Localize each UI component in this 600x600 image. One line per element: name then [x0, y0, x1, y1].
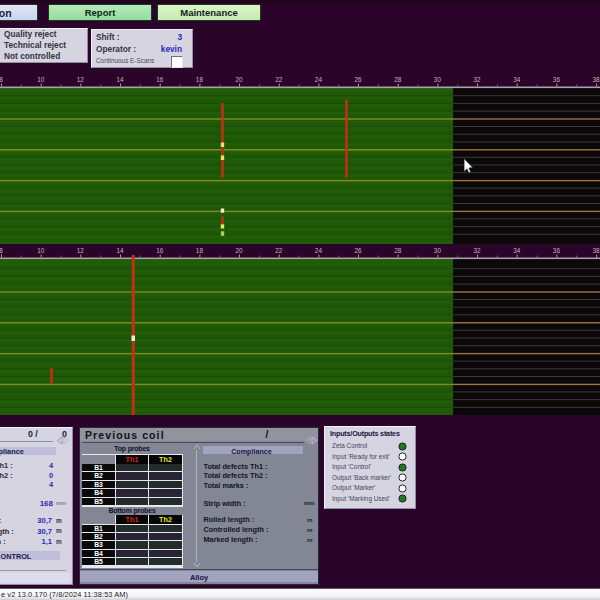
svg-text:22: 22 — [275, 76, 283, 83]
svg-text:28: 28 — [394, 76, 402, 83]
svg-text:38: 38 — [593, 76, 600, 83]
svg-text:30: 30 — [434, 247, 442, 254]
svg-text:8: 8 — [0, 247, 3, 254]
svg-text:24: 24 — [315, 76, 323, 83]
svg-text:20: 20 — [235, 247, 243, 254]
svg-text:12: 12 — [77, 247, 85, 254]
svg-text:32: 32 — [473, 76, 481, 83]
svg-text:18: 18 — [196, 76, 204, 83]
svg-text:14: 14 — [116, 247, 124, 254]
svg-text:34: 34 — [513, 76, 521, 83]
svg-text:30: 30 — [434, 76, 442, 83]
svg-text:16: 16 — [156, 247, 164, 254]
svg-text:22: 22 — [275, 247, 283, 254]
svg-text:16: 16 — [156, 76, 164, 83]
svg-text:20: 20 — [235, 76, 243, 83]
svg-text:10: 10 — [37, 76, 45, 83]
svg-text:38: 38 — [593, 247, 600, 254]
svg-text:10: 10 — [37, 247, 45, 254]
svg-text:26: 26 — [354, 76, 362, 83]
svg-text:24: 24 — [315, 247, 323, 254]
svg-text:36: 36 — [553, 76, 561, 83]
svg-text:8: 8 — [0, 76, 3, 83]
svg-text:26: 26 — [354, 247, 362, 254]
svg-text:32: 32 — [473, 247, 481, 254]
svg-text:18: 18 — [196, 247, 204, 254]
svg-text:14: 14 — [116, 76, 124, 83]
svg-text:12: 12 — [77, 76, 85, 83]
svg-text:36: 36 — [553, 247, 561, 254]
svg-text:28: 28 — [394, 247, 402, 254]
svg-text:34: 34 — [513, 247, 521, 254]
